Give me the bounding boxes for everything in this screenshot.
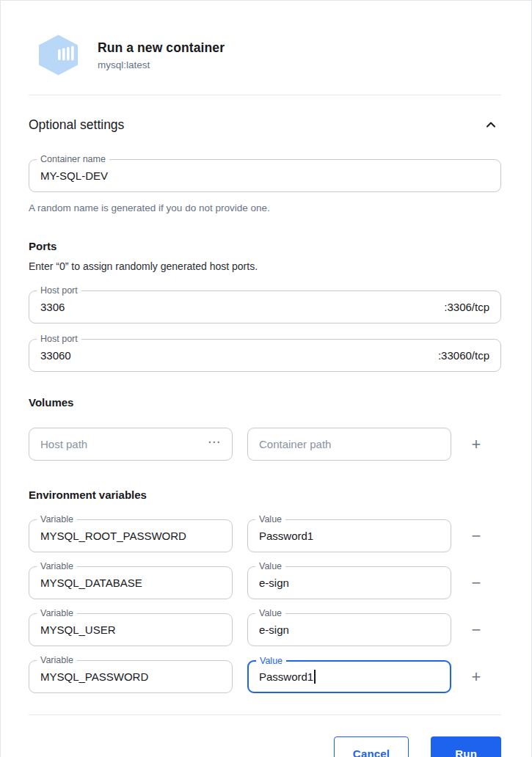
- container-name-field[interactable]: Container name: [29, 159, 501, 192]
- env-value-input[interactable]: [259, 530, 440, 542]
- ports-hint: Enter “0” to assign randomly generated h…: [29, 260, 501, 272]
- container-port-suffix: :33060/tcp: [432, 349, 489, 362]
- remove-env-row-button[interactable]: −: [467, 621, 486, 640]
- footer-divider: [29, 714, 501, 715]
- container-name-input[interactable]: [40, 169, 489, 182]
- env-section-title: Environment variables: [29, 489, 501, 501]
- env-value-text[interactable]: Password1: [259, 670, 313, 683]
- ellipsis-icon: ⋯: [208, 435, 221, 449]
- env-variable-field[interactable]: Variable: [29, 660, 233, 693]
- env-row: Variable Value −: [29, 519, 501, 552]
- volumes-section-title: Volumes: [29, 396, 501, 409]
- minus-icon: −: [472, 527, 481, 545]
- env-value-field[interactable]: Value: [247, 613, 451, 646]
- container-name-label: Container name: [37, 154, 109, 165]
- host-path-field[interactable]: ⋯: [29, 428, 233, 461]
- run-container-dialog: Run a new container mysql:latest Optiona…: [0, 0, 532, 757]
- container-port-suffix: :3306/tcp: [438, 301, 489, 313]
- env-variable-field[interactable]: Variable: [29, 519, 233, 552]
- variable-label: Variable: [37, 655, 77, 666]
- value-label: Value: [255, 608, 285, 619]
- host-port-input[interactable]: [40, 349, 432, 362]
- remove-env-row-button[interactable]: −: [467, 574, 486, 593]
- variable-label: Variable: [37, 608, 77, 619]
- value-label: Value: [255, 561, 285, 572]
- run-button[interactable]: Run: [431, 736, 501, 757]
- optional-settings-title: Optional settings: [29, 117, 124, 133]
- host-path-input[interactable]: [40, 438, 202, 450]
- text-cursor: [314, 670, 316, 684]
- container-path-input[interactable]: [259, 438, 440, 450]
- variable-label: Variable: [37, 561, 77, 572]
- container-name-helper: A random name is generated if you do not…: [29, 202, 501, 213]
- variable-label: Variable: [37, 514, 77, 525]
- env-value-input[interactable]: [259, 577, 440, 589]
- env-variable-field[interactable]: Variable: [29, 566, 233, 599]
- env-row: Variable Value −: [29, 613, 501, 646]
- remove-env-row-button[interactable]: −: [467, 527, 486, 546]
- header-divider: [29, 95, 501, 95]
- collapse-optional-settings-button[interactable]: [481, 114, 501, 135]
- env-variable-input[interactable]: [40, 577, 221, 589]
- env-variable-input[interactable]: [40, 623, 221, 636]
- container-package-icon: [36, 34, 81, 76]
- env-variable-field[interactable]: Variable: [29, 613, 233, 646]
- env-row: Variable Value −: [29, 566, 501, 599]
- host-port-label: Host port: [37, 285, 81, 296]
- dialog-title: Run a new container: [98, 40, 225, 56]
- host-port-field[interactable]: Host port :33060/tcp: [29, 339, 501, 372]
- add-env-row-button[interactable]: +: [467, 668, 486, 687]
- browse-host-path-button[interactable]: ⋯: [202, 436, 221, 453]
- ports-section-title: Ports: [29, 240, 501, 252]
- volume-row: ⋯ +: [29, 428, 501, 461]
- env-value-field[interactable]: Value: [247, 519, 451, 552]
- env-variable-input[interactable]: [40, 670, 221, 683]
- plus-icon: +: [472, 668, 481, 686]
- host-port-label: Host port: [37, 334, 81, 345]
- cancel-button[interactable]: Cancel: [334, 736, 409, 757]
- plus-icon: +: [472, 435, 481, 453]
- env-value-field[interactable]: Value: [247, 566, 451, 599]
- env-row: Variable Value Password1 +: [29, 660, 501, 693]
- host-port-field[interactable]: Host port :3306/tcp: [29, 290, 501, 323]
- dialog-header: Run a new container mysql:latest: [1, 1, 531, 76]
- minus-icon: −: [472, 621, 481, 639]
- host-port-input[interactable]: [40, 301, 438, 313]
- env-value-input[interactable]: [259, 623, 440, 636]
- add-volume-button[interactable]: +: [467, 435, 486, 454]
- env-value-field-focused[interactable]: Value Password1: [247, 660, 451, 693]
- value-label: Value: [255, 514, 285, 525]
- chevron-up-icon: [484, 117, 498, 132]
- env-variable-input[interactable]: [40, 530, 221, 542]
- container-path-field[interactable]: [247, 428, 451, 461]
- minus-icon: −: [472, 574, 481, 592]
- value-label: Value: [256, 656, 286, 667]
- image-name: mysql:latest: [98, 59, 225, 70]
